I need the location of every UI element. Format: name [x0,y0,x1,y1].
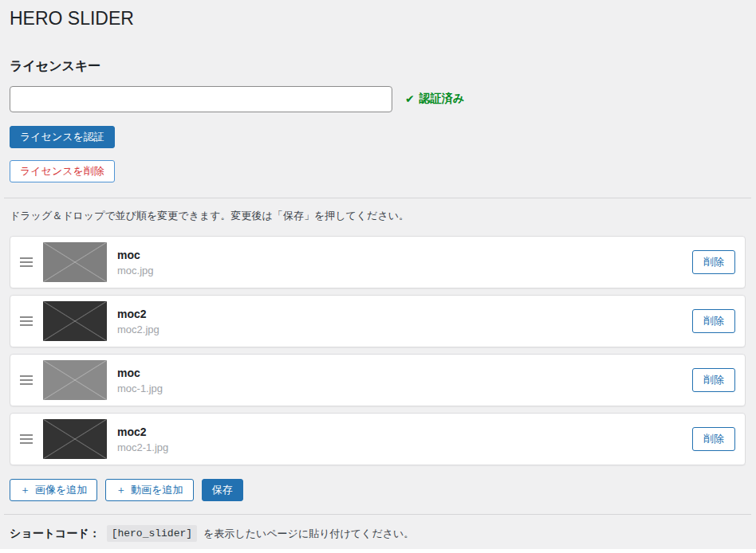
add-image-label: 画像を追加 [35,483,87,497]
save-button[interactable]: 保存 [202,479,243,501]
slide-row: moc2 moc2-1.jpg 削除 [10,413,746,465]
slide-meta: moc2 moc2-1.jpg [117,426,168,453]
plus-icon: ＋ [20,483,30,497]
admin-page: HERO SLIDER ライセンスキー ✔ 認証済み ライセンスを認証 ライセン… [0,0,756,542]
actions-row: ＋ 画像を追加 ＋ 動画を追加 保存 [10,479,746,501]
slide-thumbnail [43,360,107,400]
slide-title: moc2 [117,426,168,438]
delete-license-button[interactable]: ライセンスを削除 [10,160,115,182]
slide-title: moc [117,249,154,261]
verified-label: 認証済み [419,92,464,106]
slide-thumbnail [43,301,107,341]
delete-slide-button[interactable]: 削除 [692,250,735,274]
slide-row: moc moc.jpg 削除 [10,236,746,288]
plus-icon: ＋ [116,483,126,497]
divider [4,198,751,198]
slide-thumbnail [43,419,107,459]
shortcode-value: [hero_slider] [107,525,197,542]
slide-filename: moc2.jpg [117,324,159,335]
license-verified-status: ✔ 認証済み [405,92,464,106]
slide-title: moc [117,367,163,379]
page-title: HERO SLIDER [10,0,746,31]
slide-meta: moc2 moc2.jpg [117,308,159,335]
drag-drop-instruction: ドラッグ＆ドロップで並び順を変更できます。変更後は「保存」を押してください。 [10,209,746,223]
divider [4,514,751,515]
license-key-input[interactable] [10,86,392,112]
drag-handle-icon[interactable] [20,375,33,385]
license-key-row: ✔ 認証済み [10,86,746,112]
drag-handle-icon[interactable] [20,257,33,267]
drag-handle-icon[interactable] [20,316,33,326]
drag-handle-icon[interactable] [20,434,33,444]
shortcode-line: ショートコード： [hero_slider] を表示したいページに貼り付けてくだ… [10,525,746,542]
slide-row: moc moc-1.jpg 削除 [10,354,746,406]
shortcode-label: ショートコード： [10,527,100,541]
slide-row: moc2 moc2.jpg 削除 [10,295,746,347]
delete-slide-button[interactable]: 削除 [692,368,735,392]
slide-list: moc moc.jpg 削除 moc2 moc2.jpg 削除 moc moc-… [10,236,746,465]
shortcode-hint: を表示したいページに貼り付けてください。 [203,527,414,541]
add-video-button[interactable]: ＋ 動画を追加 [105,479,193,501]
check-icon: ✔ [405,92,415,105]
delete-slide-button[interactable]: 削除 [692,427,735,451]
license-section-heading: ライセンスキー [10,58,746,75]
delete-slide-button[interactable]: 削除 [692,309,735,333]
slide-meta: moc moc-1.jpg [117,367,163,394]
slide-filename: moc.jpg [117,265,154,276]
slide-title: moc2 [117,308,159,320]
slide-meta: moc moc.jpg [117,249,154,276]
slide-filename: moc-1.jpg [117,382,163,394]
activate-license-button[interactable]: ライセンスを認証 [10,126,115,148]
slide-filename: moc2-1.jpg [117,441,168,453]
content-bottom-edge [0,549,756,553]
add-video-label: 動画を追加 [131,483,183,497]
slide-thumbnail [43,242,107,282]
add-image-button[interactable]: ＋ 画像を追加 [10,479,97,501]
